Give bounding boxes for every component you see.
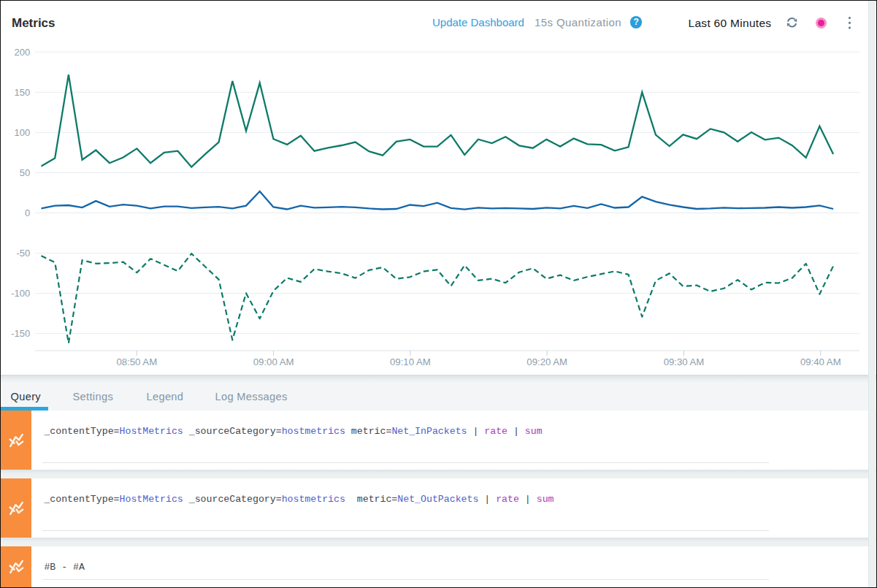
svg-text:09:20 AM: 09:20 AM — [526, 356, 567, 367]
svg-text:50: 50 — [20, 167, 30, 178]
svg-text:09:40 AM: 09:40 AM — [800, 356, 841, 367]
svg-text:-150: -150 — [11, 328, 30, 339]
svg-text:09:00 AM: 09:00 AM — [253, 356, 294, 367]
svg-text:-100: -100 — [11, 288, 30, 299]
svg-text:200: 200 — [15, 47, 31, 58]
svg-text:-50: -50 — [17, 248, 31, 259]
svg-text:150: 150 — [15, 87, 31, 98]
svg-text:09:10 AM: 09:10 AM — [390, 356, 431, 367]
svg-text:09:30 AM: 09:30 AM — [664, 356, 705, 367]
svg-text:100: 100 — [15, 127, 31, 138]
svg-text:08:50 AM: 08:50 AM — [116, 356, 157, 367]
svg-text:0: 0 — [25, 207, 30, 218]
